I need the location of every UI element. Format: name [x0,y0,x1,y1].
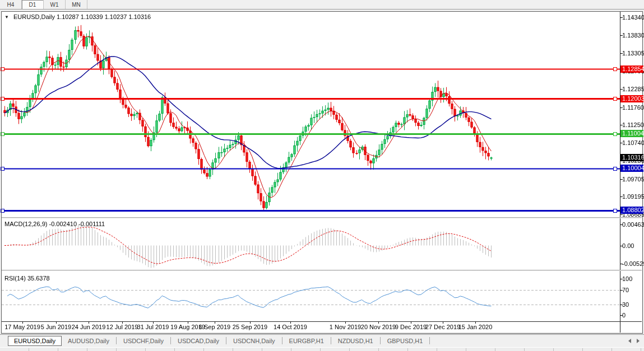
tab-nzdusd-h1[interactable]: NZDUSD,H1 [332,336,379,346]
price-axis-tick: 1.13305 [622,50,644,57]
panel-separator-rsi[interactable] [2,270,642,271]
date-axis-label: 17 May 2019 [4,324,40,330]
tab-divider [429,337,430,344]
tab-usdcad-daily[interactable]: USDCAD,Daily [172,336,225,346]
date-axis-label: 24 Jun 2019 [72,324,106,330]
date-axis-label: 14 Oct 2019 [274,324,307,330]
date-axis-label: 15 Jan 2020 [458,324,493,330]
tab-divider [226,337,226,344]
date-axis-label: 5 Jun 2019 [41,324,71,330]
tab-usdchf-daily[interactable]: USDCHF,Daily [117,336,170,346]
tab-divider [282,337,282,344]
panel-separator-macd[interactable] [2,217,642,218]
timeframe-button-d1[interactable]: D1 [22,0,44,9]
tab-scroll-right-icon[interactable] [637,339,640,343]
price-level-badge: 1.08802 [620,207,643,214]
timeframe-button-mn[interactable]: MN [66,0,87,9]
symbol-label: EURUSD,Daily [13,13,55,20]
rsi-indicator-label: RSI(14) 35.6378 [4,275,50,282]
chart-canvas[interactable] [0,0,644,351]
date-axis-label: 31 Jul 2019 [137,324,169,330]
date-axis-label: 1 Nov 2019 [330,324,361,330]
status-bar-segments [0,348,644,351]
timeframe-button-w1[interactable]: W1 [44,0,66,9]
date-axis-label: 12 Jul 2019 [106,324,138,330]
macd-axis-tick: 0.00463 [622,221,644,228]
timeframe-button-h4[interactable]: H4 [0,0,22,9]
date-axis-label: 6 Sep 2019 [199,324,230,330]
time-axis-divider [2,321,642,322]
timeframe-toolbar: H4D1W1MN [0,0,644,10]
price-axis-tick: 1.14340 [622,14,644,21]
price-scale-divider [620,12,620,333]
tab-divider [116,337,117,344]
macd-axis-tick: -0.005295 [622,260,644,267]
current-price-badge: 1.10316 [620,154,643,161]
tab-audusd-daily[interactable]: AUDUSD,Daily [62,336,115,346]
price-level-badge: 1.12854 [620,65,643,73]
price-axis-tick: 1.10740 [622,139,644,146]
chart-title: ▼ EURUSD,Daily 1.10287 1.10339 1.10237 1… [4,13,151,20]
macd-axis-tick: 0.00 [622,242,634,249]
date-axis-label: 25 Sep 2019 [233,324,267,330]
price-level-badge: 1.11004 [620,130,643,137]
date-axis-label: 20 Nov 2019 [361,324,396,330]
rsi-axis-tick: 0 [622,312,626,319]
rsi-axis-tick: 100 [622,275,632,282]
price-axis-tick: 1.13830 [622,32,644,39]
price-axis-tick: 1.11250 [622,121,644,128]
price-axis-tick: 1.09705 [622,176,644,182]
rsi-axis-tick: 30 [622,301,629,308]
rsi-axis-tick: 70 [622,287,629,293]
price-level-badge: 1.10004 [620,165,643,172]
tab-divider [380,337,381,344]
price-axis-tick: 1.12285 [622,86,644,92]
tab-eurgbp-h1[interactable]: EURGBP,H1 [283,336,330,346]
ohlc-values: 1.10287 1.10339 1.10237 1.10316 [57,13,151,20]
price-axis-tick: 1.11760 [622,104,644,111]
tab-divider [331,337,331,344]
macd-indicator-label: MACD(12,26,9) -0.002410 -0.001111 [4,221,105,227]
price-axis-tick: 1.09195 [622,193,644,200]
price-level-badge: 1.12003 [620,95,643,102]
tab-scroll-left-icon[interactable] [628,339,631,343]
tab-scroll-controls [628,339,644,343]
date-axis-label: 9 Dec 2019 [395,324,427,330]
status-bar [0,347,644,351]
date-axis-label: 27 Dec 2019 [425,324,460,330]
tab-gbpusd-h1[interactable]: GBPUSD,H1 [381,336,429,346]
tab-divider [170,337,171,344]
chart-tab-bar: EURUSD,DailyAUDUSD,DailyUSDCHF,DailyUSDC… [0,334,644,347]
tab-usdcnh-daily[interactable]: USDCNH,Daily [227,336,281,346]
chevron-down-icon[interactable]: ▼ [4,15,9,20]
tab-eurusd-daily[interactable]: EURUSD,Daily [8,336,62,346]
mt4-chart-screen: { "toolbar": { "timeframes": [ {"label":… [0,0,644,351]
